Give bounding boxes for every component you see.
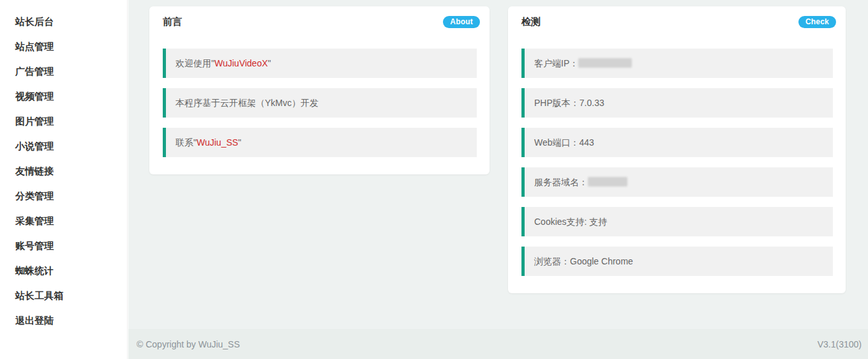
- check-row-web-port: Web端口：443: [521, 128, 833, 157]
- redacted-domain-value: [588, 177, 627, 187]
- sidebar-item-site-management[interactable]: 站点管理: [0, 34, 127, 59]
- check-row-browser: 浏览器：Google Chrome: [521, 247, 833, 276]
- check-value: 支持: [589, 217, 607, 227]
- copyright-text: © Copyright by WuJiu_SS: [137, 339, 240, 349]
- check-value: 443: [580, 137, 594, 148]
- check-value: 7.0.33: [580, 98, 604, 108]
- check-label: 服务器域名：: [534, 177, 588, 187]
- sidebar-item-spider-stats[interactable]: 蜘蛛统计: [0, 258, 127, 283]
- preface-welcome-note: 欢迎使用"WuJiuVideoX": [163, 49, 477, 78]
- preface-card-title: 前言: [163, 16, 182, 28]
- check-value: Google Chrome: [570, 256, 633, 266]
- preface-contact-note: 联系"WuJiu_SS": [163, 128, 477, 157]
- sidebar-item-video-management[interactable]: 视频管理: [0, 84, 127, 109]
- sidebar-item-admin-home[interactable]: 站长后台: [0, 9, 127, 34]
- check-row-php-version: PHP版本：7.0.33: [521, 88, 833, 118]
- sidebar: 站长后台 站点管理 广告管理 视频管理 图片管理 小说管理 友情链接 分类管理 …: [0, 0, 128, 359]
- check-row-cookies-support: Cookies支持: 支持: [521, 207, 833, 236]
- sidebar-item-image-management[interactable]: 图片管理: [0, 109, 127, 134]
- note-text: 联系": [176, 137, 197, 148]
- note-highlight: WuJiu_SS: [197, 137, 238, 148]
- check-card-body: 客户端IP： PHP版本：7.0.33 Web端口：443 服务器域名： Coo…: [508, 37, 846, 293]
- note-highlight: WuJiuVideoX: [214, 58, 268, 68]
- sidebar-item-novel-management[interactable]: 小说管理: [0, 134, 127, 158]
- check-label: 客户端IP：: [534, 58, 578, 68]
- note-text: ": [268, 58, 271, 68]
- sidebar-item-category-management[interactable]: 分类管理: [0, 183, 127, 208]
- footer: © Copyright by WuJiu_SS V3.1(3100): [128, 329, 868, 359]
- check-card-header: 检测 Check: [508, 6, 846, 37]
- sidebar-item-ad-management[interactable]: 广告管理: [0, 59, 127, 84]
- check-row-server-domain: 服务器域名：: [521, 167, 833, 197]
- sidebar-item-logout[interactable]: 退出登陆: [0, 308, 127, 333]
- preface-card-header: 前言 About: [149, 6, 490, 37]
- check-label: PHP版本：: [534, 98, 580, 108]
- sidebar-item-friend-links[interactable]: 友情链接: [0, 158, 127, 183]
- sidebar-item-account-management[interactable]: 账号管理: [0, 233, 127, 258]
- check-badge: Check: [798, 16, 836, 28]
- sidebar-item-webmaster-toolbox[interactable]: 站长工具箱: [0, 283, 127, 308]
- note-text: 本程序基于云开框架（YkMvc）开发: [176, 98, 318, 108]
- version-text: V3.1(3100): [818, 339, 862, 349]
- check-label: Web端口：: [534, 137, 580, 148]
- about-badge: About: [443, 16, 480, 28]
- preface-framework-note: 本程序基于云开框架（YkMvc）开发: [163, 88, 477, 118]
- sidebar-nav: 站长后台 站点管理 广告管理 视频管理 图片管理 小说管理 友情链接 分类管理 …: [0, 0, 127, 333]
- note-text: 欢迎使用": [176, 58, 214, 68]
- redacted-ip-value: [578, 58, 632, 68]
- admin-dashboard: 站长后台 站点管理 广告管理 视频管理 图片管理 小说管理 友情链接 分类管理 …: [0, 0, 868, 359]
- preface-card-body: 欢迎使用"WuJiuVideoX" 本程序基于云开框架（YkMvc）开发 联系"…: [149, 37, 490, 174]
- check-label: 浏览器：: [534, 256, 570, 266]
- check-card-title: 检测: [521, 16, 541, 28]
- check-row-client-ip: 客户端IP：: [521, 49, 833, 78]
- preface-card: 前言 About 欢迎使用"WuJiuVideoX" 本程序基于云开框架（YkM…: [149, 6, 490, 174]
- sidebar-item-collect-management[interactable]: 采集管理: [0, 208, 127, 233]
- check-label: Cookies支持:: [534, 217, 589, 227]
- note-text: ": [238, 137, 241, 148]
- content-area: 前言 About 欢迎使用"WuJiuVideoX" 本程序基于云开框架（YkM…: [128, 0, 868, 329]
- check-card: 检测 Check 客户端IP： PHP版本：7.0.33 Web端口：443 服…: [508, 6, 846, 293]
- main-column: 前言 About 欢迎使用"WuJiuVideoX" 本程序基于云开框架（YkM…: [128, 0, 868, 359]
